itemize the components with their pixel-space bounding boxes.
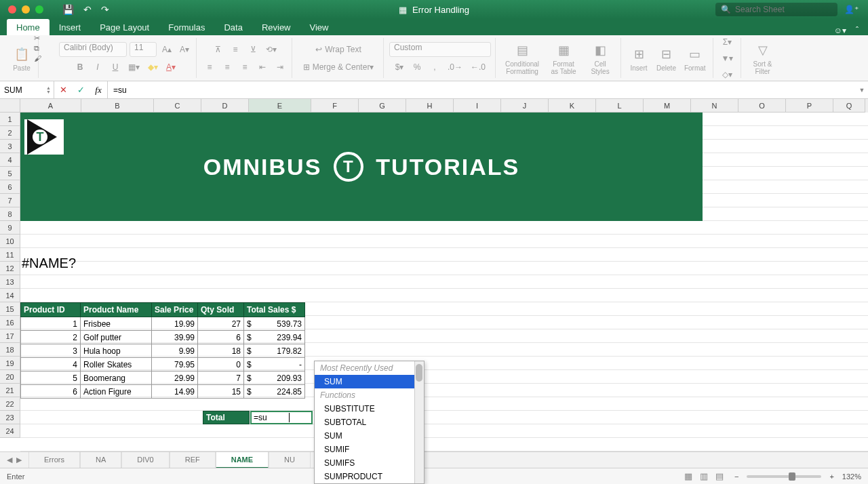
zoom-in-button[interactable]: + [829,472,833,481]
format-as-table-button[interactable]: ▦Format as Table [546,41,581,75]
percent-button[interactable]: % [410,60,425,75]
fx-icon[interactable]: fx [90,85,107,96]
col-header-N[interactable]: N [691,99,738,113]
underline-button[interactable]: U [108,60,123,75]
tab-formulas[interactable]: Formulas [159,19,214,35]
row-header-14[interactable]: 14 [0,289,20,302]
active-edit-cell[interactable]: =su [250,411,313,424]
table-row[interactable]: 6Action Figure14.9915$224.85 [21,385,305,399]
table-row[interactable]: 4Roller Skates79.950$- [21,358,305,371]
ac-item-sumproduct[interactable]: SUMPRODUCT [315,470,424,483]
row-header-22[interactable]: 22 [0,397,20,411]
table-header[interactable]: Product Name [81,303,152,317]
data-table[interactable]: Product IDProduct NameSale PriceQty Sold… [20,302,305,399]
row-header-19[interactable]: 19 [0,357,20,370]
ac-item-substitute[interactable]: SUBSTITUTE [315,402,424,416]
sheet-prev-icon[interactable]: ◀ [7,456,12,464]
row-header-24[interactable]: 24 [0,424,20,438]
select-all-corner[interactable] [0,99,20,113]
table-header[interactable]: Sale Price [152,303,198,317]
row-header-2[interactable]: 2 [0,126,20,140]
row-header-3[interactable]: 3 [0,140,20,153]
sheet-next-icon[interactable]: ▶ [16,456,22,464]
fill-button[interactable]: ▼▾ [719,51,736,66]
cut-icon[interactable]: ✂ [34,34,41,43]
bold-button[interactable]: B [73,60,87,75]
col-header-D[interactable]: D [201,99,249,113]
tab-insert[interactable]: Insert [50,19,91,35]
comma-button[interactable]: , [427,60,442,75]
table-row[interactable]: 2Golf putter39.996$239.94 [21,331,305,344]
border-button[interactable]: ▦▾ [125,60,142,75]
sheet-tab-nu[interactable]: NU [269,452,311,468]
align-top-icon[interactable]: ⊼ [210,42,225,57]
smiley-icon[interactable]: ☺▾ [834,26,846,35]
page-break-icon[interactable]: ▤ [713,471,726,481]
collapse-ribbon-icon[interactable]: ˆ [856,26,859,35]
increase-indent-icon[interactable]: ⇥ [273,60,288,75]
minimize-icon[interactable] [22,5,30,14]
save-icon[interactable]: 💾 [62,4,74,15]
name-box[interactable]: SUM ▲▼ [0,81,54,98]
row-header-18[interactable]: 18 [0,343,20,357]
orientation-icon[interactable]: ⟲▾ [263,42,279,57]
row-header-5[interactable]: 5 [0,167,20,180]
col-header-O[interactable]: O [738,99,786,113]
col-header-F[interactable]: F [311,99,359,113]
col-header-A[interactable]: A [20,99,81,113]
row-header-4[interactable]: 4 [0,153,20,167]
ac-item-sumifs[interactable]: SUMIFS [315,456,424,470]
row-header-8[interactable]: 8 [0,207,20,221]
col-header-E[interactable]: E [249,99,311,113]
increase-decimal-icon[interactable]: .0→ [445,60,465,75]
clear-button[interactable]: ◇▾ [719,67,736,82]
col-header-L[interactable]: L [596,99,644,113]
row-header-9[interactable]: 9 [0,221,20,235]
ac-item-sum-recent[interactable]: SUM [315,375,424,388]
fill-color-button[interactable]: ◆▾ [145,60,161,75]
sheet-tab-ref[interactable]: REF [170,452,216,468]
col-header-G[interactable]: G [359,99,406,113]
close-icon[interactable] [8,5,16,14]
col-header-I[interactable]: I [454,99,501,113]
view-buttons[interactable]: ▦ ▥ ▤ [682,471,726,481]
row-header-13[interactable]: 13 [0,275,20,289]
insert-cells-button[interactable]: ⊞Insert [627,45,651,72]
italic-button[interactable]: I [90,60,105,75]
tab-data[interactable]: Data [214,19,252,35]
table-header[interactable]: Total Sales $ [244,303,305,317]
redo-icon[interactable]: ↷ [101,4,109,15]
row-header-20[interactable]: 20 [0,370,20,384]
align-right-icon[interactable]: ≡ [237,60,252,75]
tab-page-layout[interactable]: Page Layout [90,19,159,35]
table-header[interactable]: Product ID [21,303,81,317]
spreadsheet-grid[interactable]: ABCDEFGHIJKLMNOPQ 1234567891011121314151… [0,99,868,468]
search-input[interactable] [735,5,823,14]
number-format-select[interactable]: Custom [389,42,491,57]
total-label-cell[interactable]: Total [203,411,250,424]
row-header-15[interactable]: 15 [0,302,20,316]
delete-cells-button[interactable]: ⊟Delete [654,45,679,72]
table-row[interactable]: 1Frisbee19.9927$539.73 [21,317,305,331]
cell-styles-button[interactable]: ◧Cell Styles [584,41,616,75]
currency-button[interactable]: $▾ [392,60,407,75]
sheet-tab-name[interactable]: NAME [216,452,269,468]
format-cells-button[interactable]: ▭Format [682,45,709,72]
row-header-16[interactable]: 16 [0,316,20,329]
tab-home[interactable]: Home [7,19,50,35]
table-header[interactable]: Qty Sold [198,303,244,317]
row-header-6[interactable]: 6 [0,180,20,194]
tab-review[interactable]: Review [252,19,300,35]
autosum-button[interactable]: Σ▾ [719,35,736,49]
row-header-10[interactable]: 10 [0,235,20,248]
sort-filter-button[interactable]: ▽Sort & Filter [747,41,779,75]
row-header-23[interactable]: 23 [0,411,20,424]
zoom-slider[interactable] [747,475,821,478]
col-header-Q[interactable]: Q [833,99,865,113]
row-header-12[interactable]: 12 [0,262,20,275]
normal-view-icon[interactable]: ▦ [682,471,695,481]
function-autocomplete[interactable]: Most Recently Used SUM Functions SUBSTIT… [314,361,425,484]
tab-view[interactable]: View [300,19,338,35]
col-header-J[interactable]: J [501,99,549,113]
conditional-formatting-button[interactable]: ▤Conditional Formatting [501,41,543,75]
